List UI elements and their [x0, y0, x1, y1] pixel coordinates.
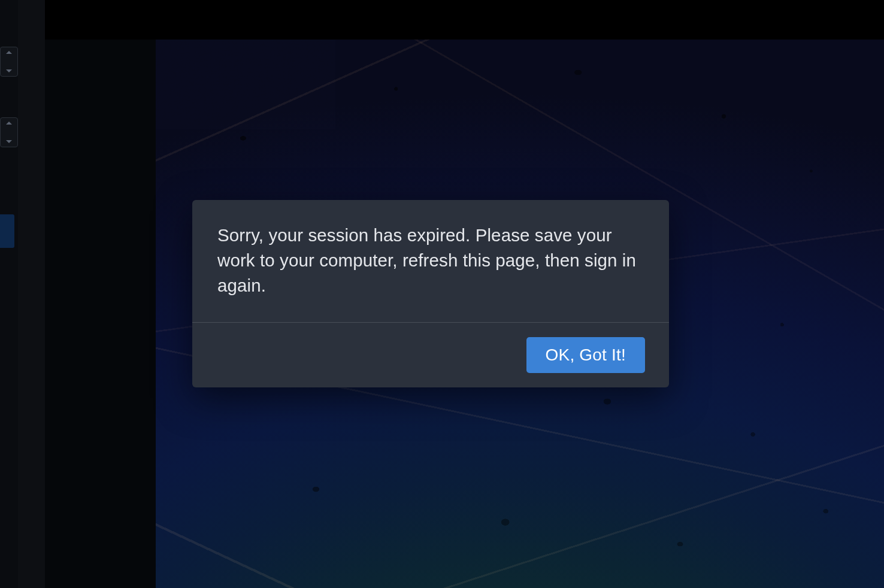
toolbar-region: [45, 0, 884, 40]
panel-gutter: [45, 0, 156, 588]
dialog-body: Sorry, your session has expired. Please …: [192, 200, 669, 322]
ok-button[interactable]: OK, Got It!: [526, 337, 645, 373]
panel-gutter: [18, 0, 45, 588]
dialog-message: Sorry, your session has expired. Please …: [217, 223, 644, 298]
number-stepper[interactable]: [0, 47, 18, 77]
chevron-down-icon: [6, 69, 12, 72]
sidebar: [0, 0, 18, 588]
active-tool-indicator[interactable]: [0, 214, 14, 248]
chevron-down-icon: [6, 140, 12, 143]
chevron-up-icon: [6, 122, 12, 125]
number-stepper[interactable]: [0, 117, 18, 147]
svg-rect-0: [156, 40, 335, 129]
chevron-up-icon: [6, 51, 12, 54]
dialog-footer: OK, Got It!: [192, 322, 669, 387]
session-expired-dialog: Sorry, your session has expired. Please …: [192, 200, 669, 387]
